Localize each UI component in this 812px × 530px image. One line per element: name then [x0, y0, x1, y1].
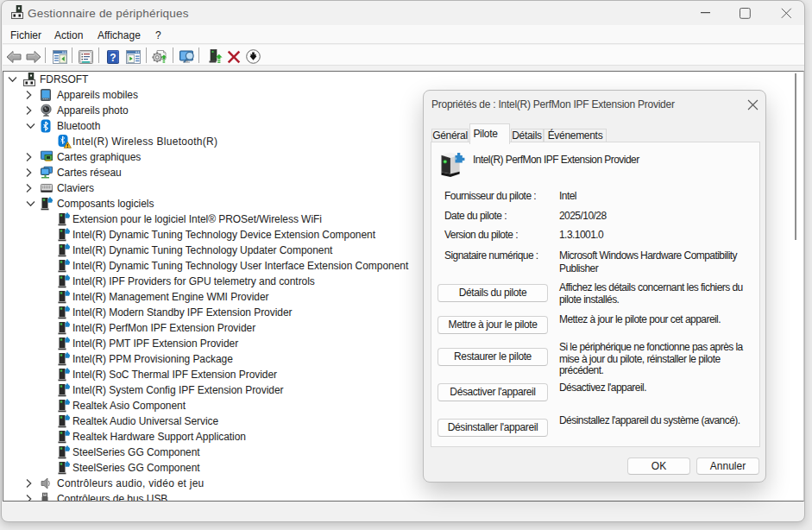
- svg-text:?: ?: [110, 52, 116, 64]
